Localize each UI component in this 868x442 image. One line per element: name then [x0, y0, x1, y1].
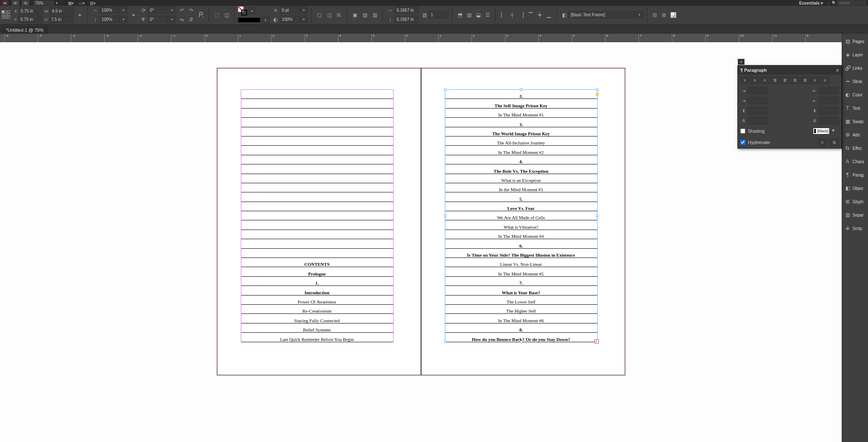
drop-shadow-icon[interactable]: ▢ [315, 11, 323, 19]
align-top-edges-icon[interactable]: ▔ [526, 11, 535, 19]
stroke-style-preview[interactable] [238, 18, 260, 23]
baseline-grid-icon[interactable]: ≣ [830, 139, 839, 146]
align-top-icon[interactable]: ⬒ [456, 11, 464, 19]
flip-horizontal-icon[interactable]: ⇋ [178, 15, 186, 24]
justify-vertical-icon[interactable]: ☰ [483, 11, 492, 19]
align-left-edges-icon[interactable]: ▏ [499, 11, 507, 19]
panel-tab-separations[interactable]: ▥Separ [843, 209, 868, 221]
stroke-weight-dropdown[interactable]: ▾ [300, 6, 308, 14]
zoom-level-input[interactable] [33, 0, 54, 5]
panel-tab-stroke[interactable]: ━Strok [843, 76, 868, 87]
object-style-input[interactable] [568, 11, 635, 18]
gap-y-input[interactable] [394, 15, 419, 23]
hyphenate-checkbox[interactable] [740, 140, 745, 145]
justify-left-button[interactable]: ≣ [770, 76, 780, 84]
stroke-style-dropdown[interactable]: ▾ [261, 16, 270, 24]
bridge-button[interactable]: Br [12, 0, 19, 5]
object-style-dropdown[interactable]: ▾ [635, 11, 643, 18]
constrain-proportions-icon[interactable]: ⚭ [76, 11, 84, 19]
reference-point-proxy[interactable] [2, 10, 11, 20]
drop-cap-lines-input[interactable] [748, 117, 768, 124]
scale-y-input[interactable] [99, 15, 119, 23]
scale-y-dropdown[interactable]: ▾ [119, 15, 128, 23]
last-line-indent-input[interactable] [819, 97, 839, 104]
fill-dropdown[interactable]: ▾ [248, 7, 256, 15]
panel-tab-text[interactable]: TText [843, 102, 868, 114]
screen-mode-icon[interactable]: ▭▾ [78, 0, 85, 5]
arrange-icon[interactable]: ▥▾ [89, 0, 96, 5]
text-wrap-bbox-icon[interactable]: ▤ [361, 11, 369, 19]
panel-tab-pages[interactable]: ▤Pages [843, 35, 868, 47]
panel-tab-paragraph[interactable]: ¶Parag [843, 169, 868, 181]
right-text-frame[interactable]: 2.The Self-Image Prison KeyIn The Mind M… [445, 89, 598, 342]
align-center-button[interactable]: ≡ [750, 76, 760, 84]
panel-tab-color[interactable]: ◐Color [843, 89, 868, 101]
space-before-input[interactable] [748, 107, 768, 114]
stroke-weight-input[interactable] [280, 6, 300, 14]
panel-close-icon[interactable]: × [738, 59, 744, 65]
shading-checkbox[interactable] [740, 129, 745, 134]
tint-dropdown[interactable]: ▾ [300, 15, 308, 23]
height-input[interactable] [49, 15, 73, 23]
align-hcenter-icon[interactable]: ┼ [508, 11, 516, 19]
panel-tab-attributes[interactable]: ⚙Attri [843, 129, 868, 141]
selection-handle[interactable] [444, 88, 447, 91]
rotate-input[interactable] [148, 6, 168, 14]
text-wrap-shape-icon[interactable]: ▥ [371, 11, 379, 19]
selection-handle[interactable] [444, 215, 447, 217]
select-content-icon[interactable]: ◫ [222, 11, 231, 19]
paragraph-panel[interactable]: × ¶ Paragraph≡ ≡ ≡ ≡ ≣ ≣ ≣ ≣ ≡ ≡ ⇥ ⇤ ⇥ ⇤… [737, 65, 842, 149]
document-viewport[interactable]: -6-5-4-3-2-1012345012345678910116 CONTEN… [0, 34, 842, 442]
align-bottom-edges-icon[interactable]: ▁ [545, 11, 553, 19]
right-indent-input[interactable] [819, 87, 839, 94]
align-away-spine-button[interactable]: ≡ [820, 76, 830, 84]
effects-icon[interactable]: fx. [335, 11, 343, 19]
align-right-edges-icon[interactable]: ▕ [517, 11, 525, 19]
align-bottom-icon[interactable]: ⬓ [474, 11, 482, 19]
panel-tab-scripts[interactable]: ※Scrip [843, 222, 868, 234]
left-page[interactable]: CONTENTSPrologue1.IntroductionPower Of A… [217, 68, 421, 375]
pasteboard[interactable]: CONTENTSPrologue1.IntroductionPower Of A… [0, 42, 842, 442]
no-break-icon[interactable]: ≡ [818, 139, 827, 146]
shear-dropdown[interactable]: ▾ [168, 15, 176, 23]
constrain-scale-icon[interactable]: ⚭ [129, 11, 138, 19]
align-right-button[interactable]: ≡ [760, 76, 770, 84]
zoom-dropdown-icon[interactable]: ▾ [56, 1, 58, 5]
scale-x-input[interactable] [99, 6, 119, 14]
in-port-icon[interactable] [596, 93, 598, 96]
panel-tab-effects[interactable]: fxEffec [843, 142, 868, 154]
selection-handle[interactable] [596, 215, 598, 217]
distribute-h-icon[interactable]: ⊟ [651, 11, 659, 19]
first-line-indent-input[interactable] [748, 97, 768, 104]
panel-tab-swatches[interactable]: ▦Swatc [843, 116, 868, 127]
view-options-icon[interactable]: ▦▾ [68, 0, 74, 5]
rotate-dropdown[interactable]: ▾ [168, 6, 176, 14]
width-input[interactable] [50, 7, 74, 15]
flip-vertical-icon[interactable]: ⇵ [187, 15, 195, 24]
panel-menu-icon[interactable]: ≡ [836, 68, 839, 73]
distribute-v-icon[interactable]: ⊞ [660, 11, 668, 19]
selection-handle[interactable] [444, 341, 447, 343]
rotate-cw-icon[interactable]: ↷ [187, 6, 195, 15]
space-after-input[interactable] [819, 107, 839, 114]
justify-right-button[interactable]: ≣ [790, 76, 800, 84]
left-indent-input[interactable] [748, 87, 768, 94]
justify-center-button[interactable]: ≣ [780, 76, 790, 84]
adobe-search-input[interactable] [837, 0, 866, 5]
chart-icon[interactable]: 📊 [669, 11, 677, 19]
left-text-frame[interactable]: CONTENTSPrologue1.IntroductionPower Of A… [241, 89, 394, 342]
align-middle-icon[interactable]: ▤ [465, 11, 473, 19]
select-container-icon[interactable]: ⬚ [212, 11, 221, 19]
rotate-ccw-icon[interactable]: ↶ [178, 6, 186, 15]
right-page[interactable]: 2.The Self-Image Prison KeyIn The Mind M… [421, 68, 625, 375]
document-tab[interactable]: *Untitled-1 @ 75% [2, 26, 48, 34]
opacity-icon[interactable]: ◫ [325, 11, 333, 19]
tint-input[interactable] [280, 15, 300, 23]
x-position-input[interactable] [19, 7, 43, 15]
justify-all-button[interactable]: ≣ [800, 76, 810, 84]
y-position-input[interactable] [18, 15, 43, 23]
text-wrap-none-icon[interactable]: ▣ [351, 11, 359, 19]
overset-text-icon[interactable]: + [595, 339, 599, 343]
workspace-switcher[interactable]: Essentials ▾ [799, 1, 823, 5]
panel-tab-characters[interactable]: AChara [843, 156, 868, 167]
